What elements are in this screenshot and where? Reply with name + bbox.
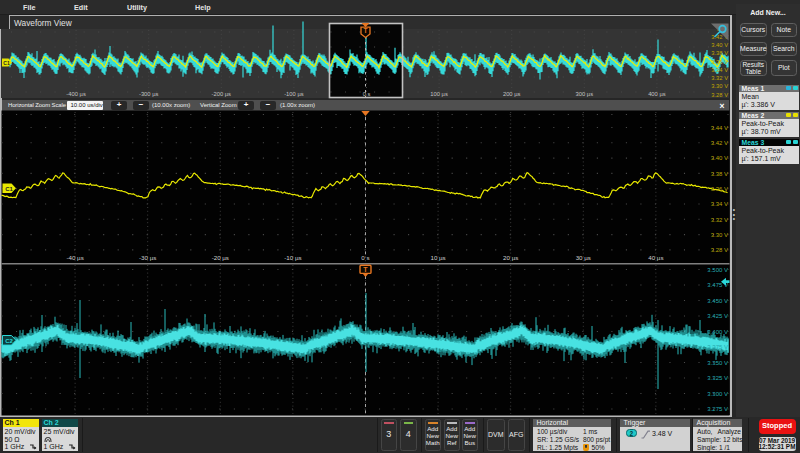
svg-text:-20 µs: -20 µs [212,254,229,261]
svg-text:3.300 V: 3.300 V [707,391,728,397]
svg-text:-40 µs: -40 µs [66,254,83,261]
svg-text:100 µs: 100 µs [430,91,448,97]
svg-text:3.350 V: 3.350 V [707,360,728,366]
svg-text:3.325 V: 3.325 V [707,375,728,381]
svg-text:C2: C2 [5,338,13,344]
svg-text:3.32 V: 3.32 V [711,75,728,81]
svg-text:200 µs: 200 µs [503,91,521,97]
svg-text:300 µs: 300 µs [576,91,594,97]
svg-text:3.34 V: 3.34 V [711,201,728,207]
svg-text:3.36 V: 3.36 V [711,186,728,192]
svg-text:3.40 V: 3.40 V [711,42,728,48]
svg-text:3.275 V: 3.275 V [707,406,728,412]
svg-text:-200 µs: -200 µs [212,91,232,97]
svg-text:-30 µs: -30 µs [139,254,156,261]
svg-text:-300 µs: -300 µs [139,91,159,97]
svg-text:-400 µs: -400 µs [66,91,86,97]
svg-text:400 µs: 400 µs [648,91,666,97]
svg-text:3.30 V: 3.30 V [711,83,728,89]
svg-text:-10 µs: -10 µs [284,254,301,261]
svg-text:3.425 V: 3.425 V [707,313,728,319]
svg-text:3.40 V: 3.40 V [711,155,728,161]
svg-text:3.38 V: 3.38 V [711,50,728,56]
svg-text:3.28 V: 3.28 V [711,92,728,98]
svg-text:0 s: 0 s [361,254,369,261]
svg-text:10 µs: 10 µs [430,254,445,261]
svg-text:3.28 V: 3.28 V [711,247,728,253]
svg-text:-100 µs: -100 µs [284,91,304,97]
svg-text:3.44 V: 3.44 V [711,125,728,131]
svg-text:3.36 V: 3.36 V [711,59,728,65]
svg-text:3.38 V: 3.38 V [711,171,728,177]
svg-text:3.34 V: 3.34 V [711,67,728,73]
svg-text:3.450 V: 3.450 V [707,298,728,304]
svg-text:C1: C1 [5,186,13,192]
svg-text:3.500 V: 3.500 V [707,267,728,273]
svg-text:T: T [364,27,368,34]
svg-text:30 µs: 30 µs [576,254,591,261]
svg-text:3.32 V: 3.32 V [711,217,728,223]
svg-text:3.400 V: 3.400 V [707,329,728,335]
svg-text:3.30 V: 3.30 V [711,232,728,238]
svg-text:C1: C1 [3,60,10,66]
svg-text:3.375 V: 3.375 V [707,344,728,350]
svg-text:20 µs: 20 µs [503,254,518,261]
svg-text:0 s: 0 s [363,91,371,97]
svg-text:40 µs: 40 µs [648,254,663,261]
svg-text:3.42 V: 3.42 V [711,140,728,146]
svg-text:T: T [363,266,368,273]
